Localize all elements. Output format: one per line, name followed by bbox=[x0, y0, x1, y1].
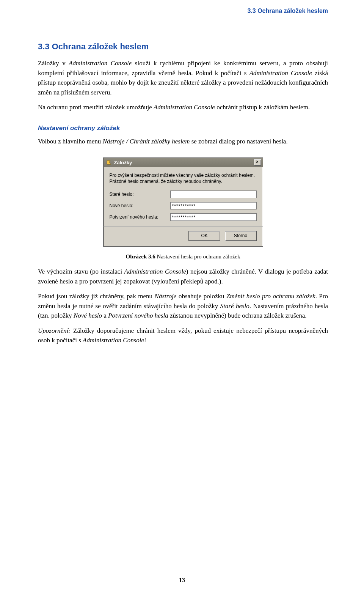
text-italic: Staré heslo bbox=[220, 302, 249, 310]
text-italic: Upozornění: bbox=[38, 327, 71, 334]
paragraph-3: Volbou z hlavního menu Nástroje / Chráni… bbox=[38, 137, 328, 146]
text-italic: Potvrzení nového hesla bbox=[108, 312, 168, 319]
text: Volbou z hlavního menu bbox=[38, 138, 103, 145]
figure-caption: Obrázek 3.6 Nastavení hesla pro ochranu … bbox=[38, 253, 328, 260]
paragraph-1: Záložky v Administration Console slouží … bbox=[38, 58, 328, 97]
dialog-bookmarks: Záložky × Pro zvýšení bezpečnosti můžete… bbox=[103, 157, 263, 247]
form-row-confirm-password: Potvrzení nového hesla: *********** bbox=[110, 213, 257, 221]
form-row-old-password: Staré heslo: bbox=[110, 190, 257, 198]
text: ochránit přístup k záložkám heslem. bbox=[215, 104, 310, 111]
text: Záložky doporučujeme chránit heslem vždy… bbox=[38, 327, 328, 344]
input-new-password[interactable]: *********** bbox=[170, 202, 257, 209]
text: Na ochranu proti zneužití záložek umožňu… bbox=[38, 104, 154, 111]
dialog-footer: OK Storno bbox=[104, 226, 263, 246]
text: Ve výchozím stavu (po instalaci bbox=[38, 268, 124, 275]
paragraph-2: Na ochranu proti zneužití záložek umožňu… bbox=[38, 102, 328, 112]
text-italic: Nové heslo bbox=[74, 312, 102, 319]
text: Pokud jsou záložky již chráněny, pak men… bbox=[38, 293, 155, 300]
dialog-message: Pro zvýšení bezpečnosti můžete všechny v… bbox=[110, 172, 257, 184]
close-button[interactable]: × bbox=[254, 159, 261, 166]
text-italic: Administration Console bbox=[154, 104, 215, 111]
dialog-title: Záložky bbox=[114, 160, 254, 165]
text-italic: Administration Console bbox=[249, 69, 312, 77]
paragraph-6: Upozornění: Záložky doporučujeme chránit… bbox=[38, 326, 328, 345]
dialog-titlebar: Záložky × bbox=[104, 158, 263, 167]
dialog-body: Pro zvýšení bezpečnosti můžete všechny v… bbox=[104, 167, 263, 226]
figure: Záložky × Pro zvýšení bezpečnosti můžete… bbox=[38, 157, 328, 260]
subheading: Nastavení ochrany záložek bbox=[38, 124, 328, 132]
paragraph-5: Pokud jsou záložky již chráněny, pak men… bbox=[38, 291, 328, 321]
close-icon: × bbox=[256, 159, 258, 164]
text: a bbox=[102, 312, 108, 319]
cancel-button[interactable]: Storno bbox=[225, 231, 257, 241]
caption-text: Nastavení hesla pro ochranu záložek bbox=[155, 253, 240, 260]
label-new-password: Nové heslo: bbox=[110, 203, 170, 208]
text-italic: Nástroje bbox=[155, 293, 177, 300]
text: obsahuje položku bbox=[177, 293, 227, 300]
text-italic: Administration Console bbox=[124, 268, 186, 275]
caption-label: Obrázek 3.6 bbox=[126, 253, 155, 260]
ok-button[interactable]: OK bbox=[188, 231, 220, 241]
page-number: 13 bbox=[0, 577, 364, 584]
text-italic: Nástroje / Chránit záložky heslem bbox=[103, 138, 190, 145]
bookmark-icon bbox=[106, 159, 112, 165]
text-italic: Administration Console bbox=[83, 337, 144, 344]
text: se zobrazí dialog pro nastavení hesla. bbox=[190, 138, 287, 145]
text-italic: Administration Console bbox=[69, 60, 132, 67]
label-old-password: Staré heslo: bbox=[110, 192, 170, 197]
form-row-new-password: Nové heslo: *********** bbox=[110, 202, 257, 209]
input-old-password[interactable] bbox=[170, 190, 257, 198]
section-heading: 3.3 Ochrana záložek heslem bbox=[38, 42, 328, 52]
text: zůstanou nevyplněné) bude ochrana zálože… bbox=[168, 312, 307, 319]
page: 3.3 Ochrana záložek heslem 3.3 Ochrana z… bbox=[0, 0, 364, 595]
text: Záložky v bbox=[38, 60, 69, 67]
paragraph-4: Ve výchozím stavu (po instalaci Administ… bbox=[38, 267, 328, 286]
input-confirm-password[interactable]: *********** bbox=[170, 213, 257, 221]
text: ! bbox=[144, 337, 146, 344]
text-italic: Změnit heslo pro ochranu záložek bbox=[226, 293, 315, 300]
running-header: 3.3 Ochrana záložek heslem bbox=[38, 8, 328, 14]
label-confirm-password: Potvrzení nového hesla: bbox=[110, 214, 170, 220]
